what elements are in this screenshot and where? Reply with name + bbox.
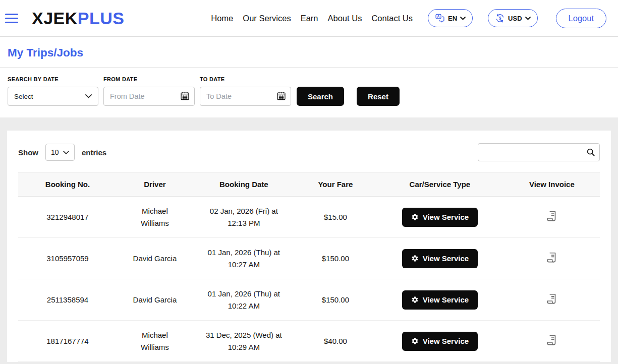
header-view-invoice: View Invoice [504, 172, 600, 197]
header-booking-no: Booking No. [18, 172, 117, 197]
header-your-fare: Your Fare [295, 172, 376, 197]
header-booking-date: Booking Date [193, 172, 295, 197]
logout-button[interactable]: Logout [556, 9, 606, 28]
trip-filters: SEARCH BY DATE Select FROM DATE TO DATE [0, 68, 618, 117]
search-icon [586, 148, 595, 157]
main-nav: Home Our Services Earn About Us Contact … [211, 9, 606, 28]
calendar-icon[interactable] [180, 91, 190, 101]
language-dropdown[interactable]: A EN [428, 9, 473, 27]
cell-booking-no: 1817167774 [18, 321, 117, 362]
page-size-select[interactable]: 10 [45, 144, 75, 161]
cell-booking-date: 01 Jan, 2026 (Thu) at 10:22 AM [193, 279, 295, 321]
view-invoice-button[interactable] [544, 333, 559, 349]
hamburger-menu-icon[interactable] [5, 14, 18, 23]
view-service-button[interactable]: View Service [402, 332, 478, 351]
invoice-receipt-icon [545, 251, 558, 264]
search-by-date-label: SEARCH BY DATE [8, 76, 98, 82]
cell-service: View Service [376, 238, 504, 279]
table-row: 3212948017 Michael Williams 02 Jan, 2026… [18, 197, 600, 238]
chevron-down-icon [85, 94, 92, 98]
entries-label: entries [82, 148, 106, 157]
view-service-label: View Service [423, 254, 469, 263]
translate-icon: A [435, 13, 445, 23]
cell-driver: David Garcia [117, 279, 193, 321]
language-value: EN [448, 15, 457, 22]
search-by-date-group: SEARCH BY DATE Select [8, 76, 98, 106]
search-button[interactable]: Search [297, 87, 344, 106]
svg-text:$: $ [499, 16, 501, 21]
content-area: Show 10 entries Booking No. Driver Booki… [0, 117, 618, 362]
to-date-group: TO DATE [200, 76, 291, 106]
view-invoice-button[interactable] [544, 291, 559, 308]
app-logo[interactable]: XJEKPLUS [32, 9, 125, 28]
invoice-receipt-icon [545, 210, 558, 223]
currency-value: USD [508, 15, 522, 22]
cell-booking-date: 02 Jan, 2026 (Fri) at 12:13 PM [193, 197, 295, 238]
view-invoice-button[interactable] [544, 209, 559, 225]
table-controls: Show 10 entries [18, 143, 600, 161]
trips-table: Booking No. Driver Booking Date Your Far… [18, 172, 600, 362]
gear-icon [411, 255, 419, 262]
reset-button[interactable]: Reset [357, 87, 400, 106]
currency-dropdown[interactable]: $ USD [488, 9, 537, 27]
chevron-down-icon [460, 17, 466, 20]
view-service-label: View Service [423, 295, 469, 304]
cell-invoice [504, 197, 600, 238]
show-label: Show [18, 148, 38, 157]
cell-booking-date: 31 Dec, 2025 (Wed) at 10:29 AM [193, 321, 295, 362]
nav-contact-us[interactable]: Contact Us [371, 14, 413, 23]
view-service-label: View Service [423, 337, 469, 345]
gear-icon [411, 337, 419, 345]
logo-text-plus: PLUS [78, 9, 125, 28]
view-service-button[interactable]: View Service [402, 208, 478, 227]
from-date-label: FROM DATE [103, 76, 195, 82]
invoice-receipt-icon [545, 292, 558, 306]
cell-invoice [504, 238, 600, 279]
nav-about-us[interactable]: About Us [328, 14, 362, 23]
calendar-icon[interactable] [276, 91, 287, 101]
cell-fare: $150.00 [295, 238, 376, 279]
cell-service: View Service [376, 321, 504, 362]
cell-service: View Service [376, 279, 504, 321]
table-row: 3105957059 David Garcia 01 Jan, 2026 (Th… [18, 238, 600, 279]
view-service-button[interactable]: View Service [402, 290, 478, 310]
top-navigation-bar: XJEKPLUS Home Our Services Earn About Us… [0, 0, 618, 37]
nav-earn[interactable]: Earn [301, 14, 318, 23]
svg-text:A: A [437, 15, 440, 18]
cell-fare: $150.00 [295, 279, 376, 321]
to-date-label: TO DATE [200, 76, 291, 82]
table-search-input[interactable] [478, 143, 600, 161]
view-service-button[interactable]: View Service [402, 249, 478, 268]
view-service-label: View Service [423, 213, 469, 221]
cell-booking-date: 01 Jan, 2026 (Thu) at 10:27 AM [193, 238, 295, 279]
cell-driver: David Garcia [117, 238, 193, 279]
table-row: 1817167774 Michael Williams 31 Dec, 2025… [18, 321, 600, 362]
view-invoice-button[interactable] [544, 250, 559, 267]
logo-text-xjek: XJEK [32, 9, 78, 28]
page-title-section: My Trips/Jobs [0, 37, 618, 68]
cell-booking-no: 3212948017 [18, 197, 117, 238]
page-title: My Trips/Jobs [8, 46, 610, 59]
search-by-date-selected-value: Select [14, 93, 33, 100]
nav-our-services[interactable]: Our Services [243, 14, 291, 23]
from-date-group: FROM DATE [103, 76, 195, 106]
invoice-receipt-icon [545, 334, 558, 347]
cell-driver: Michael Williams [117, 321, 193, 362]
chevron-down-icon [525, 17, 531, 20]
search-by-date-select[interactable]: Select [8, 87, 98, 106]
currency-exchange-icon: $ [495, 13, 505, 23]
header-car-service-type: Car/Service Type [376, 172, 504, 197]
gear-icon [411, 213, 419, 221]
chevron-down-icon [63, 151, 69, 154]
gear-icon [411, 296, 419, 304]
table-row: 2511358594 David Garcia 01 Jan, 2026 (Th… [18, 279, 600, 321]
cell-invoice [504, 279, 600, 321]
trips-table-card: Show 10 entries Booking No. Driver Booki… [7, 131, 611, 362]
header-driver: Driver [117, 172, 193, 197]
cell-service: View Service [376, 197, 504, 238]
table-header-row: Booking No. Driver Booking Date Your Far… [18, 172, 600, 197]
cell-invoice [504, 321, 600, 362]
cell-fare: $15.00 [295, 197, 376, 238]
page-size-value: 10 [51, 148, 59, 156]
nav-home[interactable]: Home [211, 14, 233, 23]
